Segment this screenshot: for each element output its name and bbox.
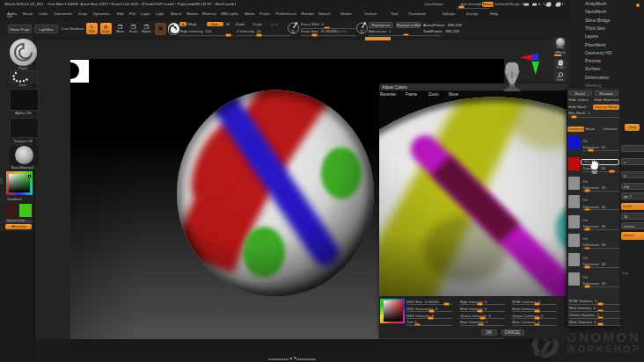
svg-text:O: O: [361, 29, 364, 33]
svg-text:GNOMON: GNOMON: [567, 329, 639, 344]
svg-text:S: S: [292, 29, 295, 33]
svg-text:WORKSHOP: WORKSHOP: [567, 344, 639, 354]
